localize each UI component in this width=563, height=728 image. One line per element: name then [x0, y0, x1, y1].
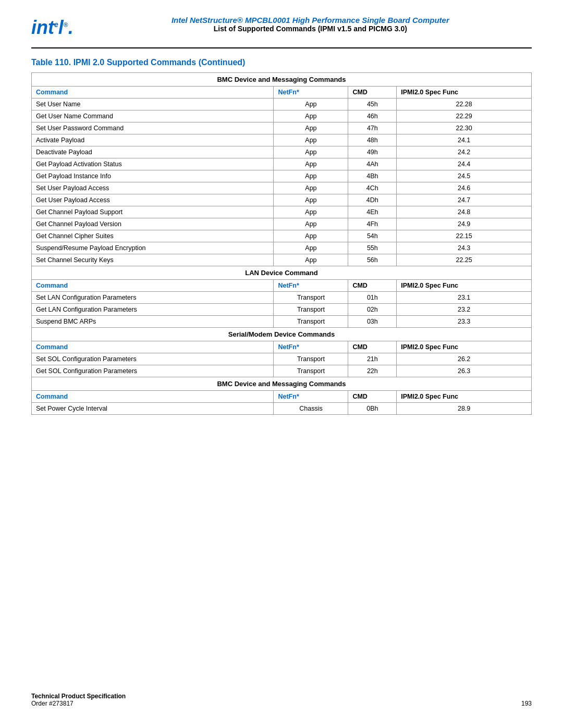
- table-cell: 21h: [348, 353, 397, 365]
- intel-logo: intel®.: [31, 16, 74, 37]
- table-cell: App: [274, 254, 348, 266]
- table-row: Get Channel Cipher SuitesApp54h22.15: [32, 230, 532, 242]
- table-cell: Set User Password Command: [32, 122, 274, 134]
- table-cell: Get User Payload Access: [32, 194, 274, 206]
- table-cell: 26.3: [397, 365, 532, 377]
- table-cell: 45h: [348, 98, 397, 110]
- table-cell: Set User Name: [32, 98, 274, 110]
- table-cell: Get Channel Payload Version: [32, 218, 274, 230]
- table-cell: 02h: [348, 304, 397, 316]
- table-cell: 22.30: [397, 122, 532, 134]
- table-row: Set User NameApp45h22.28: [32, 98, 532, 110]
- table-cell: 4Dh: [348, 194, 397, 206]
- col-header-cell: CMD: [348, 280, 397, 292]
- table-cell: 54h: [348, 230, 397, 242]
- table-cell: Transport: [274, 292, 348, 304]
- page-header: intel®. Intel NetStructure® MPCBL0001 Hi…: [31, 16, 532, 37]
- table-cell: App: [274, 146, 348, 158]
- table-cell: 23.1: [397, 292, 532, 304]
- col-header-cell: Command: [32, 87, 274, 98]
- col-header-row: CommandNetFn*CMDIPMI2.0 Spec Func: [32, 87, 532, 98]
- table-row: Suspend/Resume Payload EncryptionApp55h2…: [32, 242, 532, 254]
- col-header-cell: IPMI2.0 Spec Func: [397, 280, 532, 292]
- header-text: Intel NetStructure® MPCBL0001 High Perfo…: [89, 16, 532, 33]
- table-cell: 4Eh: [348, 206, 397, 218]
- table-cell: Suspend BMC ARPs: [32, 316, 274, 328]
- table-row: Set SOL Configuration ParametersTranspor…: [32, 353, 532, 365]
- table-cell: 24.6: [397, 182, 532, 194]
- table-cell: App: [274, 182, 348, 194]
- table-row: Set User Password CommandApp47h22.30: [32, 122, 532, 134]
- col-header-row: CommandNetFn*CMDIPMI2.0 Spec Func: [32, 280, 532, 292]
- section-header-row: BMC Device and Messaging Commands: [32, 377, 532, 391]
- table-cell: 22h: [348, 365, 397, 377]
- table-cell: App: [274, 134, 348, 146]
- col-header-cell: IPMI2.0 Spec Func: [397, 87, 532, 98]
- table-row: Get User Name CommandApp46h22.29: [32, 110, 532, 122]
- table-cell: Get Payload Instance Info: [32, 170, 274, 182]
- table-cell: 24.1: [397, 134, 532, 146]
- table-row: Get User Payload AccessApp4Dh24.7: [32, 194, 532, 206]
- col-header-cell: IPMI2.0 Spec Func: [397, 391, 532, 403]
- table-cell: 24.4: [397, 158, 532, 170]
- table-cell: 24.2: [397, 146, 532, 158]
- table-row: Get SOL Configuration ParametersTranspor…: [32, 365, 532, 377]
- table-cell: Get Channel Payload Support: [32, 206, 274, 218]
- table-cell: 03h: [348, 316, 397, 328]
- col-header-row: CommandNetFn*CMDIPMI2.0 Spec Func: [32, 341, 532, 353]
- table-row: Set User Payload AccessApp4Ch24.6: [32, 182, 532, 194]
- table-cell: Transport: [274, 304, 348, 316]
- table-row: Suspend BMC ARPsTransport03h23.3: [32, 316, 532, 328]
- table-cell: 22.28: [397, 98, 532, 110]
- table-cell: App: [274, 110, 348, 122]
- table-cell: Set Power Cycle Interval: [32, 403, 274, 415]
- table-cell: Set SOL Configuration Parameters: [32, 353, 274, 365]
- table-cell: App: [274, 122, 348, 134]
- col-header-cell: CMD: [348, 341, 397, 353]
- table-cell: 4Fh: [348, 218, 397, 230]
- table-cell: Transport: [274, 316, 348, 328]
- table-cell: App: [274, 206, 348, 218]
- col-header-cell: NetFn*: [274, 391, 348, 403]
- table-row: Set Channel Security KeysApp56h22.25: [32, 254, 532, 266]
- header-divider: [31, 47, 532, 48]
- table-cell: 4Ah: [348, 158, 397, 170]
- table-cell: App: [274, 194, 348, 206]
- table-cell: 4Ch: [348, 182, 397, 194]
- table-cell: App: [274, 230, 348, 242]
- table-row: Get Channel Payload SupportApp4Eh24.8: [32, 206, 532, 218]
- table-cell: Transport: [274, 365, 348, 377]
- table-cell: 23.3: [397, 316, 532, 328]
- col-header-cell: Command: [32, 391, 274, 403]
- table-cell: 47h: [348, 122, 397, 134]
- main-table: BMC Device and Messaging CommandsCommand…: [31, 72, 532, 415]
- table-cell: 4Bh: [348, 170, 397, 182]
- col-header-cell: CMD: [348, 87, 397, 98]
- table-cell: Set User Payload Access: [32, 182, 274, 194]
- table-row: Set LAN Configuration ParametersTranspor…: [32, 292, 532, 304]
- table-cell: Get User Name Command: [32, 110, 274, 122]
- table-cell: 24.8: [397, 206, 532, 218]
- table-cell: Activate Payload: [32, 134, 274, 146]
- table-row: Get Payload Instance InfoApp4Bh24.5: [32, 170, 532, 182]
- table-cell: 22.25: [397, 254, 532, 266]
- table-row: Activate PayloadApp48h24.1: [32, 134, 532, 146]
- table-cell: Suspend/Resume Payload Encryption: [32, 242, 274, 254]
- table-row: Get Payload Activation StatusApp4Ah24.4: [32, 158, 532, 170]
- table-cell: 26.2: [397, 353, 532, 365]
- col-header-cell: IPMI2.0 Spec Func: [397, 341, 532, 353]
- table-cell: Get LAN Configuration Parameters: [32, 304, 274, 316]
- table-cell: 49h: [348, 146, 397, 158]
- table-cell: Transport: [274, 353, 348, 365]
- title-line1: Intel NetStructure® MPCBL0001 High Perfo…: [89, 16, 532, 24]
- table-cell: App: [274, 158, 348, 170]
- table-cell: 0Bh: [348, 403, 397, 415]
- col-header-cell: CMD: [348, 391, 397, 403]
- col-header-cell: NetFn*: [274, 87, 348, 98]
- table-cell: 28.9: [397, 403, 532, 415]
- table-cell: Deactivate Payload: [32, 146, 274, 158]
- table-cell: 56h: [348, 254, 397, 266]
- section-header-row: BMC Device and Messaging Commands: [32, 73, 532, 87]
- table-cell: 24.7: [397, 194, 532, 206]
- title-line2: List of Supported Commands (IPMI v1.5 an…: [89, 24, 532, 33]
